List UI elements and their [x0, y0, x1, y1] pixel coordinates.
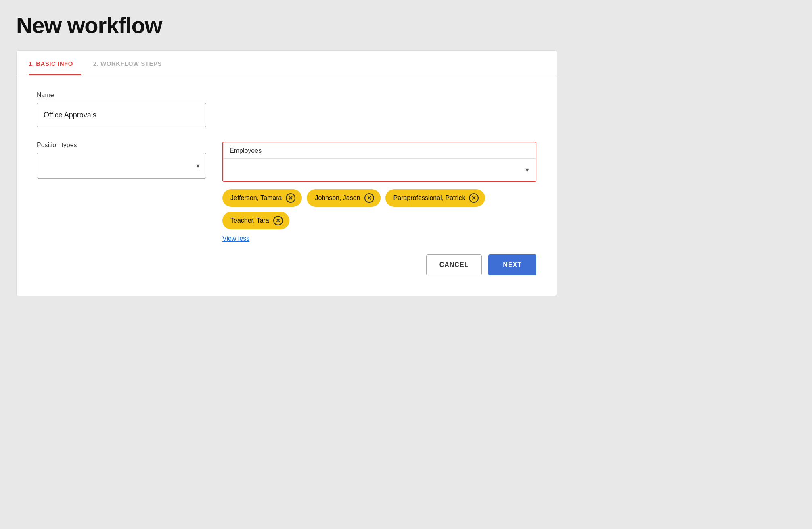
form-card: 1. Basic Info 2. Workflow Steps Name Pos…: [16, 50, 557, 296]
employees-label: Employees: [223, 142, 536, 158]
tag-paraprofessional-patrick: Paraprofessional, Patrick ✕: [385, 189, 486, 207]
employees-select-wrapper: ▾: [223, 158, 536, 181]
name-input[interactable]: [37, 103, 206, 127]
tab-basic-info[interactable]: 1. Basic Info: [29, 51, 81, 75]
tag-label: Johnson, Jason: [315, 194, 360, 202]
tag-label: Jefferson, Tamara: [230, 194, 282, 202]
close-icon: ✕: [288, 195, 293, 201]
close-icon: ✕: [276, 217, 280, 224]
next-button[interactable]: NEXT: [488, 254, 536, 275]
form-body: Name Position types ▾ Employees: [17, 75, 557, 296]
tag-johnson-jason: Johnson, Jason ✕: [307, 189, 380, 207]
position-types-col: Position types ▾: [37, 142, 206, 179]
employee-tags: Jefferson, Tamara ✕ Johnson, Jason ✕ Par…: [222, 189, 536, 229]
view-less-link[interactable]: View less: [222, 235, 249, 242]
position-types-wrapper: ▾: [37, 153, 206, 179]
tag-teacher-tara: Teacher, Tara ✕: [222, 212, 289, 229]
remove-teacher-tara-button[interactable]: ✕: [273, 216, 283, 225]
tab-workflow-steps[interactable]: 2. Workflow Steps: [93, 51, 170, 75]
cancel-button[interactable]: CANCEL: [426, 254, 482, 275]
form-actions: CANCEL NEXT: [222, 254, 536, 275]
close-icon: ✕: [471, 195, 476, 201]
employees-section: Employees ▾: [222, 142, 536, 182]
name-field-group: Name: [37, 92, 536, 127]
two-col-section: Position types ▾ Employees ▾: [37, 142, 536, 275]
remove-johnson-jason-button[interactable]: ✕: [364, 193, 374, 203]
tag-jefferson-tamara: Jefferson, Tamara ✕: [222, 189, 302, 207]
position-types-label: Position types: [37, 142, 206, 149]
remove-paraprofessional-button[interactable]: ✕: [469, 193, 479, 203]
tag-label: Teacher, Tara: [230, 217, 269, 224]
tab-bar: 1. Basic Info 2. Workflow Steps: [17, 51, 557, 75]
page-title: New workflow: [16, 12, 162, 38]
position-types-select[interactable]: [37, 153, 206, 179]
tag-label: Paraprofessional, Patrick: [393, 194, 465, 202]
employees-col: Employees ▾ Jefferson, Tamara ✕: [222, 142, 536, 275]
name-label: Name: [37, 92, 536, 99]
close-icon: ✕: [367, 195, 372, 201]
remove-jefferson-tamara-button[interactable]: ✕: [286, 193, 295, 203]
employees-select[interactable]: [223, 158, 536, 181]
